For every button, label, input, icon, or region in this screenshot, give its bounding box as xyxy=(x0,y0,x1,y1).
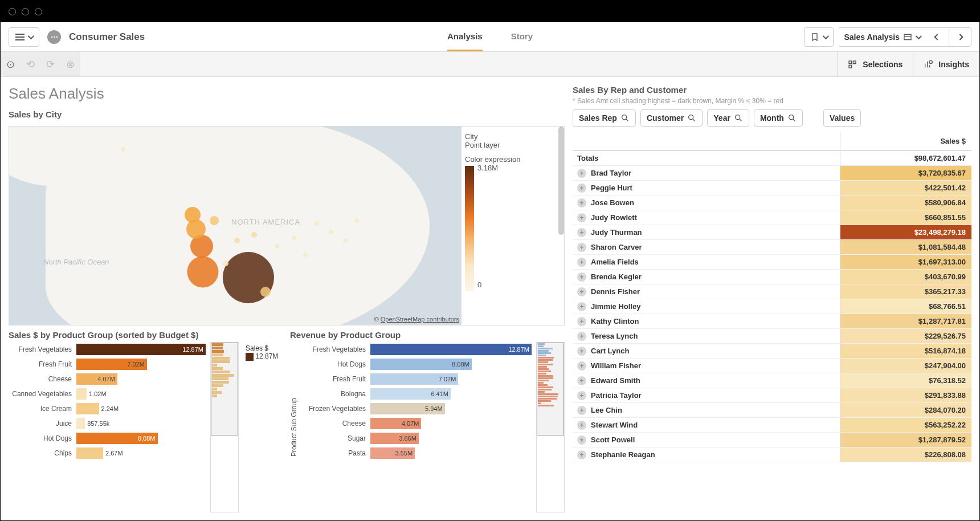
bar-row[interactable]: Fresh Vegetables12.87M xyxy=(9,342,206,357)
bar-row[interactable]: Fresh Fruit7.02M xyxy=(303,372,532,386)
pivot-row[interactable]: +Stephanie Reagan$226,808.08 xyxy=(573,447,971,462)
sheet-selector[interactable]: Sales Analysis xyxy=(838,27,926,47)
pivot-row[interactable]: +Peggie Hurt$422,501.42 xyxy=(573,181,971,196)
revenue-by-product-group-chart[interactable]: Revenue by Product Group Product Sub Gro… xyxy=(290,330,565,512)
app-icon: ⋯ xyxy=(47,30,61,44)
svg-line-14 xyxy=(740,119,741,121)
pivot-row[interactable]: +Cart Lynch$516,874.18 xyxy=(573,344,971,359)
bar-row[interactable]: Bologna6.41M xyxy=(303,386,532,401)
expand-icon[interactable]: + xyxy=(577,450,586,459)
chart2-minimap[interactable] xyxy=(536,342,565,512)
hamburger-icon xyxy=(15,34,24,40)
pivot-row[interactable]: +William Fisher$247,904.00 xyxy=(573,359,971,373)
expand-icon[interactable]: + xyxy=(577,435,586,445)
svg-point-8 xyxy=(929,60,932,63)
pivot-row[interactable]: +Teresa Lynch$229,526.75 xyxy=(573,329,971,344)
expand-icon[interactable]: + xyxy=(577,272,586,282)
expand-icon[interactable]: + xyxy=(577,391,586,400)
bar-row[interactable]: Canned Vegetables1.02M xyxy=(9,386,206,401)
search-icon xyxy=(787,113,797,123)
filter-customer[interactable]: Customer xyxy=(640,109,703,127)
expand-icon[interactable]: + xyxy=(577,169,586,178)
bar-row[interactable]: Pasta3.55M xyxy=(303,446,532,461)
clear-selections-icon[interactable]: ⊗ xyxy=(66,58,75,71)
bar-row[interactable]: Frozen Vegetables5.94M xyxy=(303,401,532,416)
chart1-color-legend: Sales $ 12.87M xyxy=(243,342,283,512)
bar-row[interactable]: Hot Dogs8.08M xyxy=(303,357,532,372)
pivot-table[interactable]: Totals$98,672,601.47+Brad Taylor$3,720,8… xyxy=(573,150,971,512)
expand-icon[interactable]: + xyxy=(577,361,586,371)
expand-icon[interactable]: + xyxy=(577,228,586,237)
bar-row[interactable]: Cheese4.07M xyxy=(9,372,206,386)
expand-icon[interactable]: + xyxy=(577,258,586,267)
sales-by-product-group-chart[interactable]: Sales $ by Product Group (sorted by Budg… xyxy=(9,330,283,512)
pivot-row[interactable]: +Amelia Fields$1,697,313.00 xyxy=(573,255,971,270)
bar-row[interactable]: Ice Cream2.24M xyxy=(9,401,206,416)
pivot-row[interactable]: +Scott Powell$1,287,879.52 xyxy=(573,433,971,447)
menu-button[interactable] xyxy=(9,27,39,47)
expand-icon[interactable]: + xyxy=(577,287,586,296)
expand-icon[interactable]: + xyxy=(577,347,586,356)
insights-button[interactable]: Insights xyxy=(913,52,979,76)
pivot-row[interactable]: +Jose Bowen$580,906.84 xyxy=(573,196,971,210)
window-close-icon[interactable] xyxy=(9,8,16,15)
ocean-label: North Pacific Ocean xyxy=(43,258,109,266)
expand-icon[interactable]: + xyxy=(577,317,586,326)
next-sheet-button[interactable] xyxy=(949,27,971,47)
bar-row[interactable]: Fresh Fruit7.02M xyxy=(9,357,206,372)
tab-story[interactable]: Story xyxy=(511,22,533,51)
expand-icon[interactable]: + xyxy=(577,406,586,415)
bar-row[interactable]: Fresh Vegetables12.87M xyxy=(303,342,532,357)
pivot-row[interactable]: +Judy Rowlett$660,851.55 xyxy=(573,210,971,225)
chart1-minimap[interactable] xyxy=(210,342,239,512)
expand-icon[interactable]: + xyxy=(577,376,586,385)
pivot-row[interactable]: +Brenda Kegler$403,670.99 xyxy=(573,270,971,284)
selections-tool-button[interactable]: Selections xyxy=(837,52,913,76)
pivot-row[interactable]: +Stewart Wind$563,252.22 xyxy=(573,418,971,433)
filter-sales-rep[interactable]: Sales Rep xyxy=(573,109,636,127)
pivot-row[interactable]: +Judy Thurman$23,498,279.18 xyxy=(573,225,971,240)
chevron-down-icon xyxy=(28,32,34,39)
step-back-icon[interactable]: ⟲ xyxy=(26,58,35,71)
filter-year[interactable]: Year xyxy=(707,109,749,127)
expand-icon[interactable]: + xyxy=(577,421,586,430)
pivot-subtitle: * Sales Amt cell shading highest = dark … xyxy=(573,97,971,105)
pivot-row[interactable]: +Jimmie Holley$68,766.51 xyxy=(573,299,971,314)
prev-sheet-button[interactable] xyxy=(926,27,949,47)
sales-by-city-map[interactable]: North Pacific Ocean NORTH AMERICA xyxy=(9,126,565,325)
expand-icon[interactable]: + xyxy=(577,243,586,252)
values-button[interactable]: Values xyxy=(823,109,861,127)
osm-link[interactable]: OpenStreetMap contributors xyxy=(381,316,459,323)
smart-search-icon[interactable]: ⊙ xyxy=(6,58,15,71)
expand-icon[interactable]: + xyxy=(577,198,586,207)
bar-row[interactable]: Juice857.55k xyxy=(9,416,206,431)
pivot-row[interactable]: +Sharon Carver$1,081,584.48 xyxy=(573,240,971,255)
tab-analysis[interactable]: Analysis xyxy=(447,22,483,51)
window-minimize-icon[interactable] xyxy=(22,8,29,15)
bar-row[interactable]: Cheese4.07M xyxy=(303,416,532,431)
map-scrollbar[interactable] xyxy=(558,127,564,235)
pivot-row[interactable]: +Patricia Taylor$291,833.88 xyxy=(573,388,971,403)
window-maximize-icon[interactable] xyxy=(35,8,42,15)
map-title: Sales by City xyxy=(9,109,565,119)
expand-icon[interactable]: + xyxy=(577,302,586,311)
pivot-row[interactable]: +Edward Smith$76,318.52 xyxy=(573,373,971,388)
app-name: Consumer Sales xyxy=(69,31,145,43)
expand-icon[interactable]: + xyxy=(577,213,586,222)
map-attribution: © OpenStreetMap contributors xyxy=(374,316,459,323)
bookmarks-button[interactable] xyxy=(804,27,834,47)
pivot-row[interactable]: +Dennis Fisher$365,217.33 xyxy=(573,284,971,299)
expand-icon[interactable]: + xyxy=(577,184,586,193)
bar-row[interactable]: Chips2.67M xyxy=(9,446,206,461)
step-forward-icon[interactable]: ⟳ xyxy=(46,58,55,71)
expand-icon[interactable]: + xyxy=(577,332,586,341)
filter-month[interactable]: Month xyxy=(754,109,803,127)
bar-row[interactable]: Sugar3.86M xyxy=(303,431,532,446)
pivot-row[interactable]: +Brad Taylor$3,720,835.67 xyxy=(573,166,971,181)
insights-icon xyxy=(924,60,933,69)
top-bar: ⋯ Consumer Sales Analysis Story Sales An… xyxy=(1,22,979,52)
bar-row[interactable]: Hot Dogs8.08M xyxy=(9,431,206,446)
pivot-row[interactable]: +Lee Chin$284,070.20 xyxy=(573,403,971,418)
map-legend: City Point layer Color expression 3.18M … xyxy=(465,132,556,291)
pivot-row[interactable]: +Kathy Clinton$1,287,717.81 xyxy=(573,314,971,329)
